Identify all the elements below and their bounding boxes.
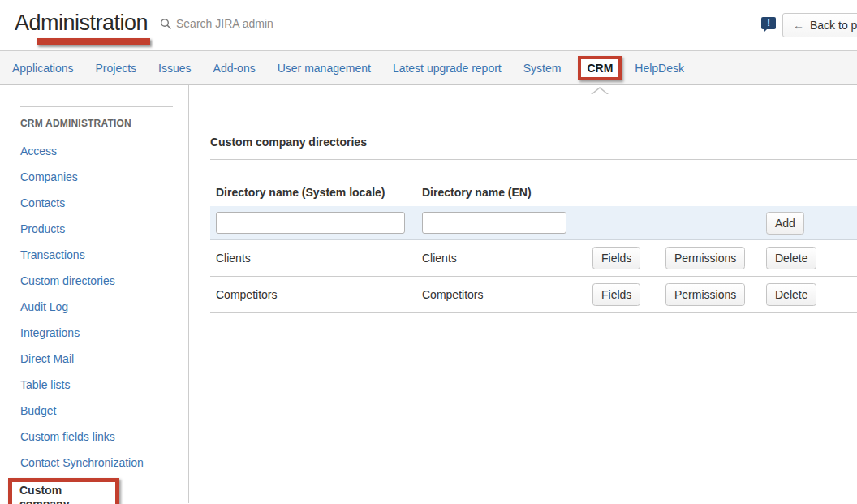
table-row: Clients Clients Fields Permissions Delet… <box>210 240 857 277</box>
content-divider <box>210 159 857 160</box>
table-row: Competitors Competitors Fields Permissio… <box>210 277 857 313</box>
delete-button[interactable]: Delete <box>766 247 816 269</box>
back-arrow-icon: ← <box>793 19 804 32</box>
sidebar-item-direct-mail[interactable]: Direct Mail <box>20 352 188 365</box>
sidebar-item-integrations[interactable]: Integrations <box>20 326 188 339</box>
sidebar-item-custom-company-directories-active[interactable]: Custom company directories <box>8 478 119 504</box>
search-input[interactable] <box>176 17 298 30</box>
admin-nav-bar: Applications Projects Issues Add-ons Use… <box>0 50 857 85</box>
directory-name-locale: Competitors <box>210 288 416 301</box>
back-to-project-button[interactable]: ← Back to pr <box>782 13 857 37</box>
nav-item-system[interactable]: System <box>523 62 562 75</box>
sidebar-divider <box>20 106 173 107</box>
delete-button[interactable]: Delete <box>766 283 816 306</box>
column-header-en: Directory name (EN) <box>416 186 587 206</box>
crm-sidebar: CRM ADMINISTRATION Access Companies Cont… <box>0 85 189 503</box>
permissions-button[interactable]: Permissions <box>665 247 745 269</box>
new-directory-locale-input[interactable] <box>216 212 405 234</box>
app-header: Administration ! ← Back to pr <box>0 0 857 50</box>
nav-item-latest-upgrade-report[interactable]: Latest upgrade report <box>393 62 502 75</box>
sidebar-item-contacts[interactable]: Contacts <box>20 196 188 209</box>
feedback-bubble-icon[interactable]: ! <box>761 17 776 29</box>
sidebar-item-contact-synchronization[interactable]: Contact Synchronization <box>20 456 188 469</box>
main-wrap: CRM ADMINISTRATION Access Companies Cont… <box>0 85 857 503</box>
sidebar-item-audit-log[interactable]: Audit Log <box>20 300 188 313</box>
nav-item-issues[interactable]: Issues <box>158 62 191 75</box>
sidebar-item-transactions[interactable]: Transactions <box>20 248 188 261</box>
nav-item-addons[interactable]: Add-ons <box>213 62 256 75</box>
admin-search <box>160 17 298 30</box>
nav-item-applications[interactable]: Applications <box>12 62 74 75</box>
content-heading: Custom company directories <box>210 136 857 149</box>
sidebar-list: Access Companies Contacts Products Trans… <box>20 144 188 504</box>
sidebar-item-access[interactable]: Access <box>20 144 188 157</box>
nav-item-crm-label: CRM <box>587 62 613 75</box>
nav-item-helpdesk[interactable]: HelpDesk <box>635 62 684 75</box>
annotation-underline <box>37 38 150 45</box>
sidebar-item-companies[interactable]: Companies <box>20 170 188 183</box>
jira-admin-page: Administration ! ← Back to pr Applicatio… <box>0 0 857 504</box>
admin-nav-list: Applications Projects Issues Add-ons Use… <box>0 51 857 84</box>
permissions-button[interactable]: Permissions <box>665 283 745 306</box>
directory-name-locale: Clients <box>210 252 416 265</box>
directories-table: Directory name (System locale) Directory… <box>210 170 857 313</box>
directory-name-en: Competitors <box>416 288 587 301</box>
directory-name-en: Clients <box>416 252 587 265</box>
sidebar-item-table-lists[interactable]: Table lists <box>20 378 188 391</box>
column-header-locale: Directory name (System locale) <box>210 186 416 206</box>
nav-item-crm-active[interactable]: CRM <box>578 56 622 80</box>
sidebar-section-title: CRM ADMINISTRATION <box>20 118 188 129</box>
sidebar-item-custom-directories[interactable]: Custom directories <box>20 274 188 287</box>
table-header-row: Directory name (System locale) Directory… <box>210 170 857 206</box>
fields-button[interactable]: Fields <box>592 247 640 269</box>
new-directory-row: Add <box>210 206 857 240</box>
content-area: Custom company directories Directory nam… <box>189 85 857 503</box>
new-directory-en-input[interactable] <box>422 212 566 234</box>
sidebar-item-custom-fields-links[interactable]: Custom fields links <box>20 430 188 443</box>
add-button[interactable]: Add <box>766 212 804 235</box>
sidebar-item-budget[interactable]: Budget <box>20 404 188 417</box>
active-tab-pointer-icon <box>591 87 609 94</box>
nav-item-user-management[interactable]: User management <box>278 62 371 75</box>
page-title: Administration <box>15 11 148 36</box>
sidebar-item-products[interactable]: Products <box>20 222 188 235</box>
fields-button[interactable]: Fields <box>592 283 640 306</box>
back-button-label: Back to pr <box>810 19 857 32</box>
nav-item-projects[interactable]: Projects <box>96 62 137 75</box>
search-icon <box>160 18 172 30</box>
